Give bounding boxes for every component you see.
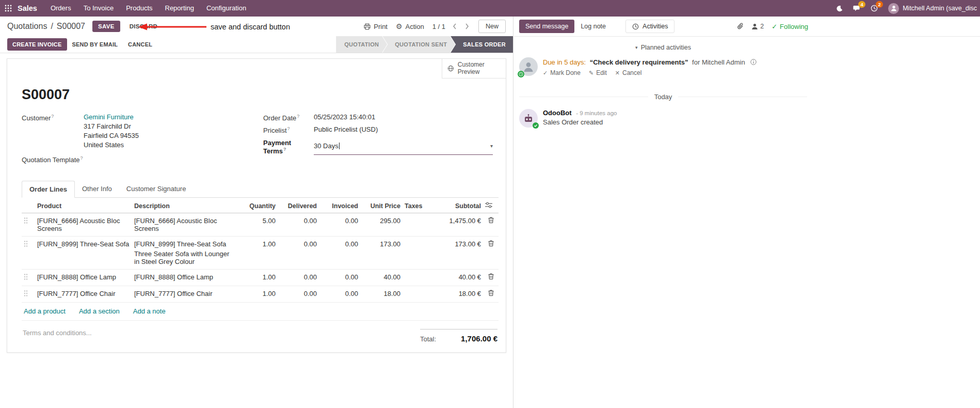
- mark-done-button[interactable]: ✓ Mark Done: [543, 69, 581, 76]
- print-button[interactable]: Print: [364, 23, 388, 30]
- cancel-activity-button[interactable]: ✕ Cancel: [615, 69, 642, 76]
- cell-taxes[interactable]: [403, 213, 431, 237]
- app-name[interactable]: Sales: [18, 4, 37, 12]
- new-button[interactable]: New: [478, 20, 506, 33]
- delete-row-icon[interactable]: [485, 217, 494, 225]
- cell-taxes[interactable]: [403, 237, 431, 270]
- delete-row-icon[interactable]: [485, 240, 494, 248]
- edit-activity-button[interactable]: ✎ Edit: [589, 69, 607, 76]
- customer-preview-button[interactable]: Customer Preview: [442, 59, 506, 79]
- cell-invoiced[interactable]: 0.00: [319, 270, 360, 286]
- tab-customer-signature[interactable]: Customer Signature: [119, 181, 194, 197]
- cell-unit-price[interactable]: 40.00: [360, 270, 403, 286]
- add-product-link[interactable]: Add a product: [24, 307, 66, 315]
- cell-delivered[interactable]: 0.00: [278, 286, 319, 303]
- cancel-button[interactable]: CANCEL: [123, 38, 157, 51]
- followers-button[interactable]: 2: [751, 23, 764, 30]
- col-header-invoiced[interactable]: Invoiced: [319, 198, 360, 213]
- cell-subtotal[interactable]: 173.00 €: [431, 237, 483, 270]
- cell-quantity[interactable]: 1.00: [237, 237, 278, 270]
- cell-taxes[interactable]: [403, 270, 431, 286]
- discard-button[interactable]: DISCARD: [124, 21, 163, 32]
- table-row[interactable]: [FURN_8999] Three-Seat Sofa [FURN_8999] …: [22, 237, 499, 270]
- stage-quotation[interactable]: QUOTATION: [336, 36, 387, 53]
- cell-unit-price[interactable]: 173.00: [360, 237, 403, 270]
- pager-previous-button[interactable]: [452, 22, 458, 30]
- terms-placeholder[interactable]: Terms and conditions...: [22, 329, 92, 337]
- cell-description[interactable]: [FURN_8888] Office Lamp: [132, 270, 237, 286]
- col-header-delivered[interactable]: Delivered: [278, 198, 319, 213]
- moon-icon[interactable]: [830, 0, 848, 17]
- send-by-email-button[interactable]: SEND BY EMAIL: [67, 38, 123, 51]
- nav-products[interactable]: Products: [120, 0, 158, 17]
- col-header-description[interactable]: Description: [132, 198, 237, 213]
- order-date-value[interactable]: 05/25/2023 15:40:01: [314, 113, 375, 122]
- drag-handle-icon[interactable]: [24, 290, 28, 299]
- col-header-unit-price[interactable]: Unit Price: [360, 198, 403, 213]
- cell-quantity[interactable]: 1.00: [237, 270, 278, 286]
- nav-to-invoice[interactable]: To Invoice: [77, 0, 120, 17]
- drag-handle-icon[interactable]: [24, 273, 28, 282]
- optional-columns-icon[interactable]: [483, 198, 499, 213]
- cell-product[interactable]: [FURN_8999] Three-Seat Sofa: [35, 237, 132, 270]
- cell-product[interactable]: [FURN_6666] Acoustic Bloc Screens: [35, 213, 132, 237]
- cell-subtotal[interactable]: 1,475.00 €: [431, 213, 483, 237]
- cell-subtotal[interactable]: 40.00 €: [431, 270, 483, 286]
- activities-button[interactable]: Activities: [625, 20, 674, 33]
- add-section-link[interactable]: Add a section: [79, 307, 120, 315]
- pricelist-value[interactable]: Public Pricelist (USD): [314, 125, 378, 134]
- cell-subtotal[interactable]: 18.00 €: [431, 286, 483, 303]
- cell-quantity[interactable]: 1.00: [237, 286, 278, 303]
- cell-description[interactable]: [FURN_7777] Office Chair: [132, 286, 237, 303]
- drag-handle-icon[interactable]: [24, 240, 28, 249]
- col-header-quantity[interactable]: Quantity: [237, 198, 278, 213]
- cell-delivered[interactable]: 0.00: [278, 270, 319, 286]
- save-button[interactable]: SAVE: [92, 21, 120, 32]
- cell-taxes[interactable]: [403, 286, 431, 303]
- attachment-paperclip-icon[interactable]: [737, 23, 744, 30]
- add-note-link[interactable]: Add a note: [133, 307, 166, 315]
- cell-unit-price[interactable]: 18.00: [360, 286, 403, 303]
- cell-description[interactable]: [FURN_8999] Three-Seat Sofa Three Seater…: [132, 237, 237, 270]
- messages-icon[interactable]: 4: [848, 0, 865, 17]
- following-button[interactable]: ✓ Following: [772, 23, 808, 30]
- log-note-button[interactable]: Log note: [574, 20, 612, 33]
- cell-invoiced[interactable]: 0.00: [319, 286, 360, 303]
- col-header-product[interactable]: Product: [35, 198, 132, 213]
- user-menu[interactable]: Mitchell Admin (save_disc: [883, 0, 980, 17]
- quotation-template-label[interactable]: Quotation Template?: [22, 155, 83, 164]
- planned-activities-header[interactable]: ▾ Planned activities: [514, 37, 812, 55]
- tab-order-lines[interactable]: Order Lines: [22, 181, 75, 198]
- nav-configuration[interactable]: Configuration: [200, 0, 252, 17]
- cell-invoiced[interactable]: 0.00: [319, 237, 360, 270]
- create-invoice-button[interactable]: CREATE INVOICE: [7, 38, 67, 51]
- customer-link[interactable]: Gemini Furniture: [84, 113, 134, 121]
- message-author[interactable]: OdooBot: [543, 109, 572, 117]
- cell-delivered[interactable]: 0.00: [278, 213, 319, 237]
- stage-quotation-sent[interactable]: QUOTATION SENT: [382, 36, 455, 53]
- dropdown-caret-icon[interactable]: ▾: [490, 143, 493, 149]
- cell-product[interactable]: [FURN_7777] Office Chair: [35, 286, 132, 303]
- nav-orders[interactable]: Orders: [44, 0, 77, 17]
- apps-grid-icon[interactable]: [0, 0, 17, 17]
- delete-row-icon[interactable]: [485, 290, 494, 297]
- cell-unit-price[interactable]: 295.00: [360, 213, 403, 237]
- cell-description[interactable]: [FURN_6666] Acoustic Bloc Screens: [132, 213, 237, 237]
- table-row[interactable]: [FURN_7777] Office Chair [FURN_7777] Off…: [22, 286, 499, 303]
- table-row[interactable]: [FURN_6666] Acoustic Bloc Screens [FURN_…: [22, 213, 499, 237]
- cell-invoiced[interactable]: 0.00: [319, 213, 360, 237]
- table-row[interactable]: [FURN_8888] Office Lamp [FURN_8888] Offi…: [22, 270, 499, 286]
- drag-handle-icon[interactable]: [24, 217, 28, 226]
- cell-quantity[interactable]: 5.00: [237, 213, 278, 237]
- col-header-taxes[interactable]: Taxes: [403, 198, 431, 213]
- delete-row-icon[interactable]: [485, 273, 494, 281]
- cell-product[interactable]: [FURN_8888] Office Lamp: [35, 270, 132, 286]
- send-message-button[interactable]: Send message: [519, 20, 574, 33]
- tab-other-info[interactable]: Other Info: [75, 181, 119, 197]
- action-button[interactable]: ⚙ Action: [396, 23, 424, 30]
- payment-terms-input[interactable]: 30 Days ▾: [314, 138, 493, 155]
- pager-next-button[interactable]: [464, 22, 470, 30]
- col-header-subtotal[interactable]: Subtotal: [431, 198, 483, 213]
- nav-reporting[interactable]: Reporting: [159, 0, 200, 17]
- stage-sales-order[interactable]: SALES ORDER: [451, 36, 513, 53]
